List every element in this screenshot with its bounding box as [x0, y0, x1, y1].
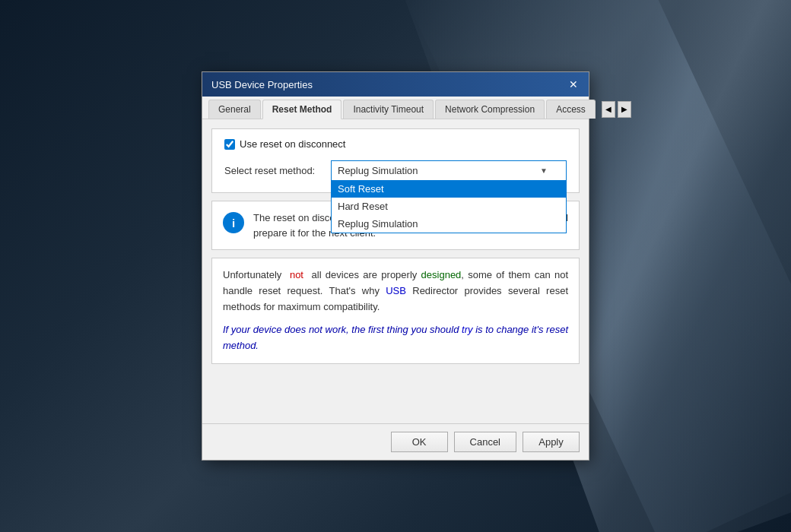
tab-bar: General Reset Method Inactivity Timeout …	[202, 97, 589, 119]
dialog-footer: OK Cancel Apply	[202, 423, 589, 460]
dropdown-list: Soft Reset Hard Reset Replug Simulation	[331, 180, 567, 233]
select-current-value: Replug Simulation	[338, 165, 418, 176]
dropdown-item-replug-simulation[interactable]: Replug Simulation	[332, 215, 566, 233]
reset-section: Use reset on disconnect Select reset met…	[211, 128, 580, 193]
use-reset-checkbox[interactable]	[224, 139, 235, 150]
select-wrapper: Replug Simulation ▼ Soft Reset Hard Rese…	[331, 160, 567, 180]
tab-general[interactable]: General	[208, 100, 261, 119]
desc2-try: try	[462, 324, 472, 335]
apply-button[interactable]: Apply	[523, 432, 580, 452]
desc1: Unfortunately not all devices are proper…	[223, 268, 568, 315]
description-box: Unfortunately not all devices are proper…	[211, 258, 580, 364]
dialog-title: USB Device Properties	[211, 79, 313, 90]
select-row: Select reset method: Replug Simulation ▼…	[224, 160, 567, 180]
tab-nav-prev[interactable]: ◀	[602, 101, 615, 118]
close-button[interactable]: ✕	[567, 78, 580, 90]
dropdown-item-soft-reset[interactable]: Soft Reset	[332, 180, 566, 198]
desc1-usb: USB	[386, 285, 406, 296]
desc1-not: not	[290, 269, 303, 280]
tab-network-compression[interactable]: Network Compression	[435, 100, 545, 119]
chevron-down-icon: ▼	[540, 166, 548, 175]
tab-nav-next[interactable]: ▶	[618, 101, 631, 118]
info-icon: i	[223, 212, 244, 233]
dropdown-item-hard-reset[interactable]: Hard Reset	[332, 198, 566, 215]
tab-nav-group: ◀ ▶	[600, 101, 631, 118]
dialog-content: Use reset on disconnect Select reset met…	[202, 119, 589, 423]
select-display[interactable]: Replug Simulation ▼	[331, 160, 567, 180]
cancel-button[interactable]: Cancel	[454, 432, 516, 452]
tab-inactivity-timeout[interactable]: Inactivity Timeout	[343, 100, 434, 119]
checkbox-row: Use reset on disconnect	[224, 138, 567, 150]
select-label: Select reset method:	[224, 165, 323, 176]
desc1-designed: designed	[421, 269, 462, 280]
desc2: If your device does not work, the first …	[223, 322, 568, 354]
tab-access[interactable]: Access	[546, 100, 596, 119]
ok-button[interactable]: OK	[391, 432, 448, 452]
title-bar: USB Device Properties ✕	[202, 72, 589, 97]
checkbox-label: Use reset on disconnect	[240, 138, 345, 150]
tab-reset-method[interactable]: Reset Method	[262, 100, 342, 119]
dialog: USB Device Properties ✕ General Reset Me…	[202, 71, 589, 461]
